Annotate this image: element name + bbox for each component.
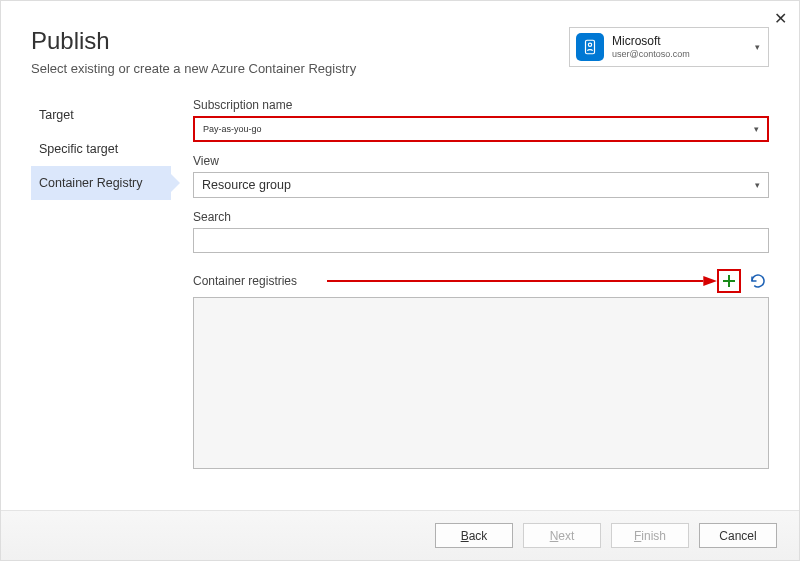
sidebar-item-specific-target[interactable]: Specific target	[31, 132, 171, 166]
refresh-button[interactable]	[747, 270, 769, 292]
close-icon[interactable]: ✕	[774, 9, 787, 28]
plus-icon	[722, 274, 736, 288]
registries-list[interactable]	[193, 297, 769, 469]
dialog-header: Publish Select existing or create a new …	[1, 1, 799, 76]
registries-label: Container registries	[193, 274, 297, 288]
subscription-value: Pay-as-you-go	[203, 124, 262, 134]
dialog-footer: Back Next Finish Cancel	[1, 510, 799, 560]
account-selector[interactable]: Microsoft user@contoso.com ▾	[569, 27, 769, 67]
form-area: Subscription name Pay-as-you-go ▾ View R…	[171, 94, 769, 469]
view-dropdown[interactable]: Resource group ▾	[193, 172, 769, 198]
view-value: Resource group	[202, 178, 291, 192]
account-email: user@contoso.com	[612, 49, 690, 59]
back-button[interactable]: Back	[435, 523, 513, 548]
search-input[interactable]	[193, 228, 769, 253]
sidebar-item-label: Container Registry	[39, 176, 143, 190]
search-label: Search	[193, 210, 769, 224]
account-name: Microsoft	[612, 35, 690, 49]
svg-point-1	[588, 43, 591, 46]
page-subtitle: Select existing or create a new Azure Co…	[31, 61, 569, 76]
sidebar-item-label: Specific target	[39, 142, 118, 156]
publish-dialog: ✕ Publish Select existing or create a ne…	[0, 0, 800, 561]
add-registry-button[interactable]	[717, 269, 741, 293]
subscription-dropdown[interactable]: Pay-as-you-go ▾	[193, 116, 769, 142]
sidebar-item-container-registry[interactable]: Container Registry	[31, 166, 171, 200]
dialog-body: Target Specific target Container Registr…	[1, 76, 799, 469]
refresh-icon	[749, 272, 767, 290]
sidebar-item-label: Target	[39, 108, 74, 122]
finish-button: Finish	[611, 523, 689, 548]
wizard-sidebar: Target Specific target Container Registr…	[31, 94, 171, 469]
chevron-down-icon: ▾	[754, 124, 759, 134]
next-button: Next	[523, 523, 601, 548]
sidebar-item-target[interactable]: Target	[31, 98, 171, 132]
account-badge-icon	[576, 33, 604, 61]
view-label: View	[193, 154, 769, 168]
chevron-down-icon: ▾	[755, 42, 760, 52]
cancel-button[interactable]: Cancel	[699, 523, 777, 548]
svg-marker-3	[703, 276, 717, 286]
chevron-down-icon: ▾	[755, 180, 760, 190]
page-title: Publish	[31, 27, 569, 55]
subscription-label: Subscription name	[193, 98, 769, 112]
annotation-arrow	[297, 271, 717, 291]
